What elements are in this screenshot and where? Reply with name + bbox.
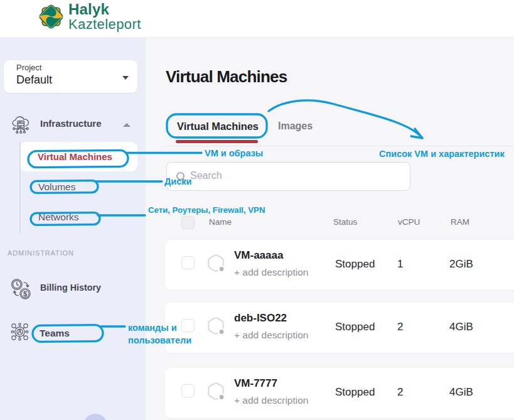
svg-text:$: $ — [23, 290, 27, 298]
